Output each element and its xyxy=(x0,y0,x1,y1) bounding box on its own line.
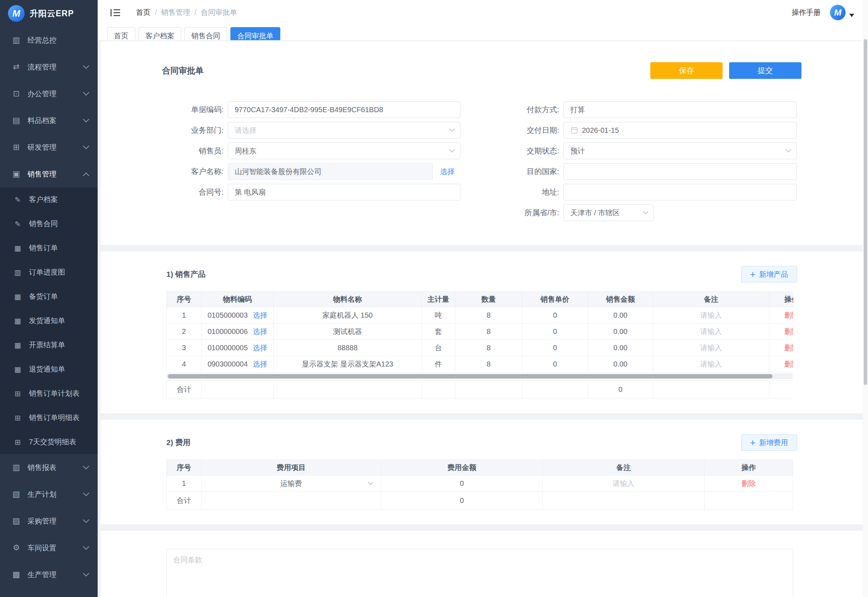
cell-qty[interactable]: 8 xyxy=(455,324,522,340)
scrollbar-thumb[interactable] xyxy=(864,39,867,385)
sidebar-subitem[interactable]: ✎ 销售合同 xyxy=(0,212,98,236)
sidebar-subitem[interactable]: ▦ 备货订单 xyxy=(0,284,98,309)
chevron-icon xyxy=(83,519,90,523)
sidebar-item[interactable]: ⊞ 研发管理 xyxy=(0,134,98,160)
page-vertical-scrollbar[interactable] xyxy=(863,0,868,597)
sidebar-item[interactable]: ⊠ 报工管理 xyxy=(0,588,98,597)
manual-link[interactable]: 操作手册 xyxy=(792,7,821,17)
sidebar-item[interactable]: ⊡ 办公管理 xyxy=(0,80,98,107)
row-delete-link[interactable]: 删除 xyxy=(785,360,794,368)
add-product-button[interactable]: + 新增产品 xyxy=(741,266,797,282)
cell-qty[interactable]: 8 xyxy=(455,307,522,324)
customer-input[interactable]: 山河智能装备股份有限公司 xyxy=(228,163,433,180)
sidebar-subitem-label: 备货订单 xyxy=(29,292,98,301)
contract-terms-textarea[interactable] xyxy=(166,549,793,597)
cell-qty[interactable]: 8 xyxy=(455,356,522,372)
cell-unit-price[interactable]: 0 xyxy=(522,340,588,356)
cell-fee-amount[interactable]: 0 xyxy=(381,475,543,492)
table-row: 1 0105000003选择 家庭机器人 150 吨 8 0 0.00 请输入 … xyxy=(167,307,794,324)
sidebar-subitem[interactable]: ▥ 订单进度图 xyxy=(0,260,98,284)
sidebar-item[interactable]: ⇄ 流程管理 xyxy=(0,53,98,80)
menu-icon: ▧ xyxy=(11,490,22,499)
salesman-select[interactable]: 周桂东 xyxy=(228,143,461,159)
app-window: M 升阳云ERP ▥ 经营总控 ⇄ 流程管理 xyxy=(0,0,868,597)
breadcrumb-sales[interactable]: 销售管理 xyxy=(161,7,190,17)
salesman-label: 销售员: xyxy=(162,146,224,156)
cell-material-code: 0100000006选择 xyxy=(201,324,274,340)
contract-no-input[interactable]: 第 电风扇 xyxy=(228,184,461,200)
dept-select[interactable]: 请选择 xyxy=(228,122,461,138)
sidebar-subitem-label: 销售订单计划表 xyxy=(29,389,98,398)
cell-remark-input[interactable]: 请输入 xyxy=(653,340,769,356)
cell-remark-input[interactable]: 请输入 xyxy=(653,356,769,372)
cell-unit-price[interactable]: 0 xyxy=(522,307,588,324)
sidebar-item[interactable]: ▥ 经营总控 xyxy=(0,27,98,53)
scrollbar-thumb[interactable] xyxy=(168,374,773,379)
sidebar-item[interactable]: ▧ 生产计划 xyxy=(0,481,98,508)
row-select-link[interactable]: 选择 xyxy=(253,359,267,369)
row-delete-link[interactable]: 删除 xyxy=(785,311,794,319)
sidebar-subitem[interactable]: ⊞ 销售订单明细表 xyxy=(0,405,98,430)
row-select-link[interactable]: 选择 xyxy=(253,343,267,353)
tab-home[interactable]: 首页 xyxy=(107,27,135,40)
cell-remark-input[interactable]: 请输入 xyxy=(653,307,769,324)
row-delete-link[interactable]: 删除 xyxy=(741,480,756,487)
row-select-link[interactable]: 选择 xyxy=(253,327,267,337)
delivery-date-picker[interactable]: 2026-01-15 xyxy=(563,122,797,138)
sidebar-item[interactable]: ▤ 料品档案 xyxy=(0,107,98,134)
user-menu-caret-icon[interactable] xyxy=(849,14,854,17)
user-avatar[interactable]: M xyxy=(830,5,846,20)
row-delete-link[interactable]: 删除 xyxy=(785,327,794,336)
row-select-link[interactable]: 选择 xyxy=(253,310,267,320)
table-row: 2 0100000006选择 测试机器 套 8 0 0.00 请输入 删除 xyxy=(167,324,794,340)
delivery-status-value: 预计 xyxy=(570,146,585,156)
menu-icon: ⚙ xyxy=(11,543,22,552)
sidebar-item[interactable]: ▩ 生产管理 xyxy=(0,561,98,588)
address-input[interactable] xyxy=(563,184,797,200)
add-fee-button[interactable]: + 新增费用 xyxy=(741,434,797,451)
sidebar-subitem[interactable]: ▦ 销售订单 xyxy=(0,236,98,260)
chevron-down-icon xyxy=(785,149,791,153)
delivery-status-select[interactable]: 预计 xyxy=(563,143,797,159)
sidebar-subitem[interactable]: ⊞ 7天交货明细表 xyxy=(0,430,98,454)
sidebar-subitem[interactable]: ▦ 退货通知单 xyxy=(0,357,98,382)
submit-button[interactable]: 提交 xyxy=(729,62,801,79)
sidebar-item[interactable]: ▣ 销售管理 xyxy=(0,160,98,187)
sidebar-toggle-icon[interactable] xyxy=(110,8,121,17)
dest-country-input[interactable] xyxy=(563,163,797,180)
sidebar-item[interactable]: ▨ 采购管理 xyxy=(0,508,98,535)
submenu-icon: ✎ xyxy=(12,195,23,204)
form-left-column: 单据编码: 9770CA17-3497-4DB2-995E-B49E9CF61B… xyxy=(162,101,461,221)
table-horizontal-scrollbar[interactable] xyxy=(166,373,793,379)
submenu-icon: ▦ xyxy=(12,316,23,325)
sidebar-subitem[interactable]: ▦ 开票结算单 xyxy=(0,333,98,357)
payment-input[interactable]: 打算 xyxy=(563,101,797,118)
cell-remark-input[interactable]: 请输入 xyxy=(543,475,705,492)
doc-code-input[interactable]: 9770CA17-3497-4DB2-995E-B49E9CF61BD8 xyxy=(228,101,461,118)
breadcrumb-home[interactable]: 首页 xyxy=(136,7,150,17)
sidebar-subitem[interactable]: ✎ 客户档案 xyxy=(0,187,98,212)
cell-material-name: 88888 xyxy=(274,340,422,356)
row-delete-link[interactable]: 删除 xyxy=(785,344,794,352)
sidebar-item[interactable]: ⚙ 车间设置 xyxy=(0,535,98,561)
save-button[interactable]: 保存 xyxy=(650,62,723,79)
sidebar-subitem[interactable]: ⊞ 销售订单计划表 xyxy=(0,382,98,405)
cell-qty[interactable]: 8 xyxy=(455,340,522,356)
chevron-icon xyxy=(83,546,90,550)
province-cascader[interactable]: 天津市 / 市辖区 xyxy=(563,205,654,221)
menu-icon: ⊡ xyxy=(11,89,22,98)
cell-unit-price[interactable]: 0 xyxy=(522,356,588,372)
col-fee-amount: 费用金额 xyxy=(381,460,543,475)
sidebar-item[interactable]: ▥ 销售报表 xyxy=(0,454,98,481)
customer-select-link[interactable]: 选择 xyxy=(440,167,455,177)
tab-contract-approval[interactable]: 合同审批单 xyxy=(230,27,280,40)
cell-unit-price[interactable]: 0 xyxy=(522,324,588,340)
tab-customer-files[interactable]: 客户档案 xyxy=(139,27,181,40)
cell-remark-input[interactable]: 请输入 xyxy=(653,324,769,340)
sidebar-subitem[interactable]: ▦ 发货通知单 xyxy=(0,309,98,333)
doc-code-value: 9770CA17-3497-4DB2-995E-B49E9CF61BD8 xyxy=(235,105,383,114)
submenu-icon: ▥ xyxy=(12,268,23,277)
submenu-icon: ▦ xyxy=(12,341,23,349)
fee-item-select[interactable]: 运输费 xyxy=(201,479,381,489)
tab-sales-contract[interactable]: 销售合同 xyxy=(184,27,227,40)
